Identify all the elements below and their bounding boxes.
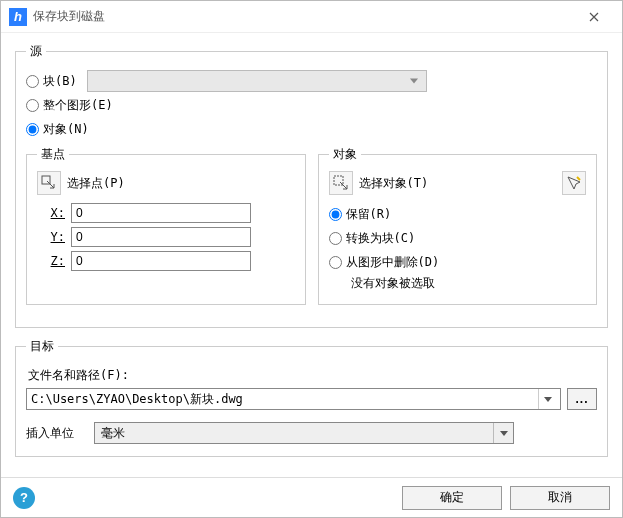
pick-point-icon xyxy=(41,175,57,191)
window-title: 保存块到磁盘 xyxy=(33,8,105,25)
radio-objects[interactable] xyxy=(26,123,39,136)
radio-whole-drawing[interactable] xyxy=(26,99,39,112)
browse-button[interactable]: ... xyxy=(567,388,597,410)
select-objects-label: 选择对象(T) xyxy=(359,175,429,192)
source-legend: 源 xyxy=(26,43,46,60)
quick-select-icon xyxy=(566,175,582,191)
path-label: 文件名和路径(F): xyxy=(28,367,597,384)
dialog-footer: ? 确定 取消 xyxy=(1,477,622,517)
basepoint-group: 基点 选择点(P) X: Y: xyxy=(26,146,306,305)
unit-value: 毫米 xyxy=(101,425,125,442)
x-label: X: xyxy=(37,206,65,220)
radio-convert-label: 转换为块(C) xyxy=(346,230,416,247)
unit-label: 插入单位 xyxy=(26,425,74,442)
titlebar: h 保存块到磁盘 xyxy=(1,1,622,33)
y-label: Y: xyxy=(37,230,65,244)
close-icon xyxy=(589,12,599,22)
objects-status: 没有对象被选取 xyxy=(351,275,587,292)
radio-block-label: 块(B) xyxy=(43,73,77,90)
chevron-down-icon[interactable] xyxy=(493,423,513,443)
radio-retain[interactable] xyxy=(329,208,342,221)
radio-delete-label: 从图形中删除(D) xyxy=(346,254,440,271)
basepoint-legend: 基点 xyxy=(37,146,69,163)
cancel-button[interactable]: 取消 xyxy=(510,486,610,510)
dialog-window: h 保存块到磁盘 源 块(B) 整个图形(E) 对象(N) xyxy=(0,0,623,518)
objects-group: 对象 选择对象(T) 保留(R) xyxy=(318,146,598,305)
chevron-down-icon[interactable] xyxy=(538,389,556,409)
target-legend: 目标 xyxy=(26,338,58,355)
quick-select-button[interactable] xyxy=(562,171,586,195)
pick-point-label: 选择点(P) xyxy=(67,175,125,192)
radio-objects-label: 对象(N) xyxy=(43,121,89,138)
app-icon: h xyxy=(9,8,27,26)
radio-retain-label: 保留(R) xyxy=(346,206,392,223)
ok-button[interactable]: 确定 xyxy=(402,486,502,510)
select-objects-icon xyxy=(333,175,349,191)
x-input[interactable] xyxy=(71,203,251,223)
close-button[interactable] xyxy=(574,3,614,31)
z-input[interactable] xyxy=(71,251,251,271)
radio-delete[interactable] xyxy=(329,256,342,269)
block-name-combo xyxy=(87,70,427,92)
help-button[interactable]: ? xyxy=(13,487,35,509)
objects-legend: 对象 xyxy=(329,146,361,163)
radio-block[interactable] xyxy=(26,75,39,88)
unit-select[interactable]: 毫米 xyxy=(94,422,514,444)
target-group: 目标 文件名和路径(F): C:\Users\ZYAO\Desktop\新块.d… xyxy=(15,338,608,457)
z-label: Z: xyxy=(37,254,65,268)
pick-point-button[interactable] xyxy=(37,171,61,195)
source-group: 源 块(B) 整个图形(E) 对象(N) 基点 xyxy=(15,43,608,328)
help-icon: ? xyxy=(20,490,28,505)
radio-convert[interactable] xyxy=(329,232,342,245)
y-input[interactable] xyxy=(71,227,251,247)
path-combo[interactable]: C:\Users\ZYAO\Desktop\新块.dwg xyxy=(26,388,561,410)
radio-whole-label: 整个图形(E) xyxy=(43,97,113,114)
path-value: C:\Users\ZYAO\Desktop\新块.dwg xyxy=(31,391,538,408)
select-objects-button[interactable] xyxy=(329,171,353,195)
